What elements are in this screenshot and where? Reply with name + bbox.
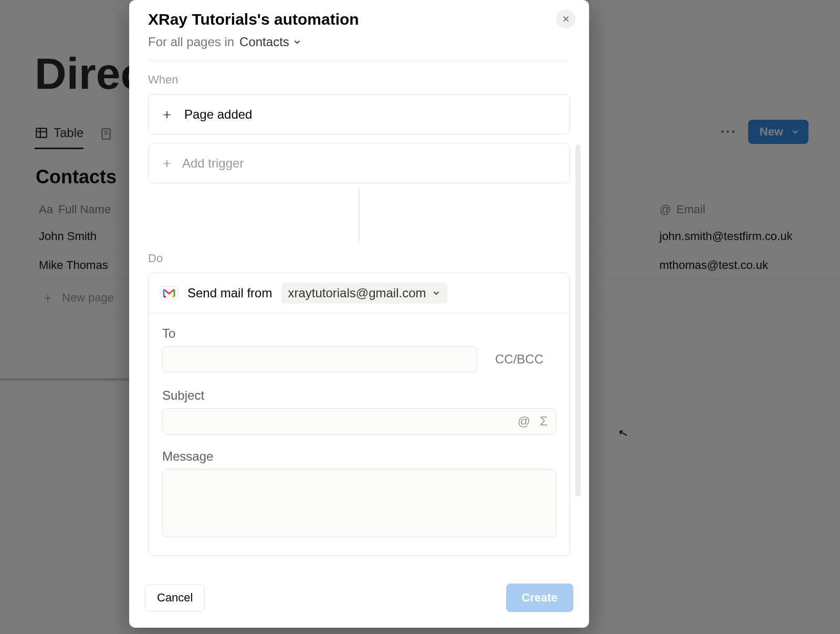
flow-connector	[359, 189, 360, 241]
chevron-down-icon	[292, 37, 302, 47]
to-label: To	[162, 326, 556, 341]
modal-body: When ＋ Page added ＋ Add trigger Do Send …	[129, 60, 589, 572]
create-button[interactable]: Create	[506, 584, 573, 612]
action-header[interactable]: Send mail from xraytutorials@gmail.com	[149, 273, 570, 314]
close-icon	[562, 15, 570, 23]
automation-modal: XRay Tutorials's automation For all page…	[129, 0, 589, 628]
message-input[interactable]	[162, 469, 556, 537]
modal-title: XRay Tutorials's automation	[148, 7, 570, 28]
chevron-down-icon	[432, 288, 441, 298]
scope-select[interactable]: Contacts	[239, 35, 302, 49]
scope-label: Contacts	[239, 35, 289, 49]
add-trigger-label: Add trigger	[182, 156, 244, 171]
modal-footer: Cancel Create	[129, 572, 589, 628]
send-mail-action: Send mail from xraytutorials@gmail.com T…	[148, 273, 570, 556]
cancel-button[interactable]: Cancel	[145, 584, 205, 611]
trigger-label: Page added	[184, 107, 252, 122]
close-button[interactable]	[556, 9, 575, 28]
when-label: When	[148, 73, 570, 87]
modal-header: XRay Tutorials's automation For all page…	[129, 0, 589, 60]
add-trigger-button[interactable]: ＋ Add trigger	[148, 143, 570, 183]
plus-icon: ＋	[160, 154, 174, 172]
message-label: Message	[162, 449, 556, 464]
trigger-page-added[interactable]: ＋ Page added	[148, 94, 570, 134]
from-email: xraytutorials@gmail.com	[288, 286, 426, 300]
do-label: Do	[148, 252, 570, 265]
gmail-icon	[160, 286, 178, 300]
scrollbar[interactable]	[575, 144, 581, 496]
action-fields: To CC/BCC Subject @ Σ Message	[149, 314, 570, 555]
mention-icon[interactable]: @	[518, 414, 530, 429]
plus-icon: ＋	[160, 105, 174, 123]
to-input[interactable]	[162, 346, 477, 372]
modal-subtitle: For all pages in Contacts	[148, 28, 570, 60]
formula-icon[interactable]: Σ	[540, 414, 548, 429]
ccbcc-toggle[interactable]: CC/BCC	[495, 352, 543, 367]
send-mail-label: Send mail from	[187, 286, 272, 300]
subject-label: Subject	[162, 388, 556, 403]
subtitle-prefix: For all pages in	[148, 35, 234, 49]
from-email-select[interactable]: xraytutorials@gmail.com	[281, 283, 447, 304]
subject-input[interactable]	[162, 408, 556, 434]
